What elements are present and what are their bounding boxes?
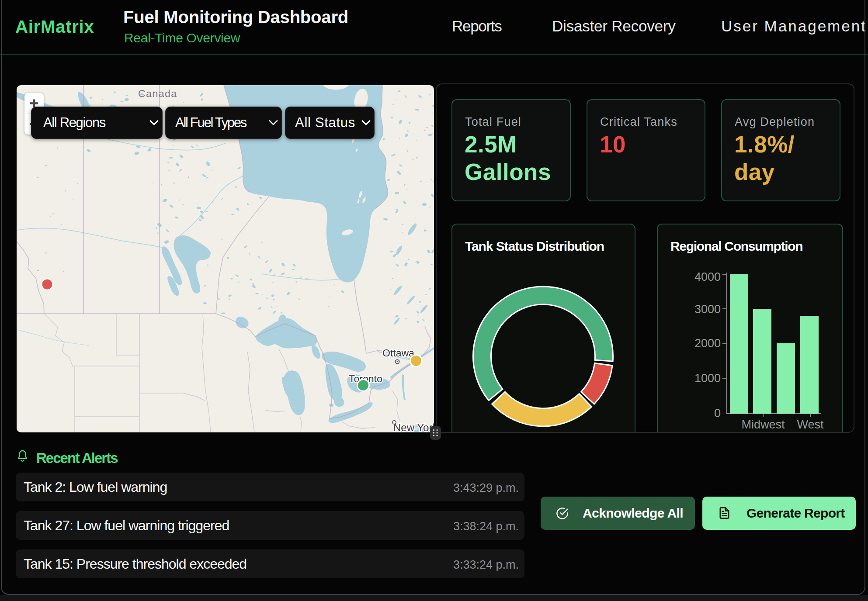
svg-text:1000: 1000 [694, 372, 721, 385]
svg-text:4000: 4000 [694, 270, 721, 283]
svg-text:0: 0 [714, 407, 721, 420]
svg-text:Ottawa: Ottawa [382, 347, 414, 359]
svg-text:2000: 2000 [694, 337, 721, 350]
svg-text:West: West [797, 418, 824, 431]
svg-text:New York: New York [393, 422, 434, 432]
svg-text:Canada: Canada [138, 88, 177, 99]
svg-text:3000: 3000 [694, 303, 721, 316]
svg-text:Midwest: Midwest [741, 418, 785, 431]
